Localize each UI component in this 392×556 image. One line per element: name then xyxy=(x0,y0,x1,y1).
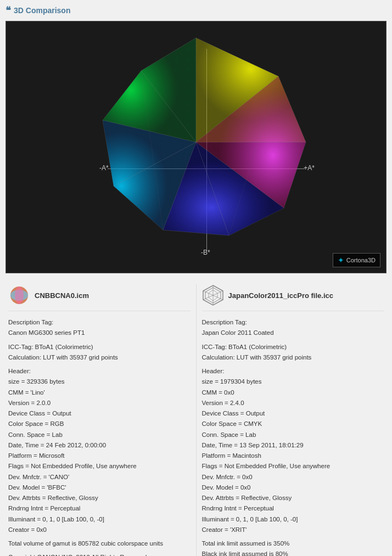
left-conn-space: Conn. Space = Lab xyxy=(8,430,191,440)
left-flags: Flags = Not Embedded Profile, Use anywhe… xyxy=(8,462,191,471)
profile-right-name: JapanColor2011_iccPro file.icc xyxy=(228,291,333,300)
right-cmm: CMM = 0x0 xyxy=(202,388,384,397)
right-platform: Platform = Macintosh xyxy=(202,451,384,460)
right-size: size = 1979304 bytes xyxy=(202,377,384,386)
left-total-volume: Total volume of gamut is 805782 cubic co… xyxy=(8,539,191,548)
profile-right-data: Description Tag: Japan Color 2011 Coated… xyxy=(202,318,384,556)
right-desc-value: Japan Color 2011 Coated xyxy=(202,328,384,338)
profile-left: CNBBCNA0.icm Description Tag: Canon MG63… xyxy=(5,279,193,556)
profile-left-icon xyxy=(8,284,30,306)
left-illuminant: Illuminant = 0, 1, 0 [Lab 100, 0, -0] xyxy=(8,515,191,524)
profile-left-name: CNBBCNA0.icm xyxy=(35,291,89,300)
left-calculation: Calculation: LUT with 35937 grid points xyxy=(8,353,191,362)
left-creator: Creator = 0x0 xyxy=(8,525,191,535)
profile-left-header: CNBBCNA0.icm xyxy=(8,284,191,311)
cortona-star-icon: ✦ xyxy=(338,256,344,265)
3d-viewer: -A* +A* -B* xyxy=(5,21,387,273)
right-device-class: Device Class = Output xyxy=(202,409,384,418)
profile-right-icon xyxy=(202,284,224,306)
left-rndrng-intnt: Rndrng Intnt = Perceptual xyxy=(8,504,191,513)
right-dev-attrbts: Dev. Attrbts = Reflective, Glossy xyxy=(202,493,384,503)
left-copyright: Copyright CANON INC. 2012 All Rights Res… xyxy=(8,553,191,556)
left-date-time: Date, Time = 24 Feb 2012, 0:00:00 xyxy=(8,441,191,450)
info-section: CNBBCNA0.icm Description Tag: Canon MG63… xyxy=(5,279,387,556)
right-conn-space: Conn. Space = Lab xyxy=(202,430,384,440)
svg-point-18 xyxy=(15,287,24,304)
left-version: Version = 2.0.0 xyxy=(8,398,191,408)
left-dev-model: Dev. Model = 'BFBC' xyxy=(8,483,191,492)
left-device-class: Device Class = Output xyxy=(8,409,191,418)
left-size: size = 329336 bytes xyxy=(8,377,191,386)
right-total-ink-limit: Total ink limit assumed is 350% xyxy=(202,539,384,548)
quote-icon: ❝ xyxy=(5,4,11,16)
right-color-space: Color Space = CMYK xyxy=(202,419,384,429)
right-dev-mnfctr: Dev. Mnfctr. = 0x0 xyxy=(202,473,384,482)
right-calculation: Calculation: LUT with 35937 grid points xyxy=(202,353,384,362)
page-title: ❝ 3D Comparison xyxy=(0,0,392,21)
profile-left-data: Description Tag: Canon MG6300 series PT1… xyxy=(8,318,191,556)
column-divider xyxy=(196,284,197,556)
left-cmm: CMM = 'Lino' xyxy=(8,388,191,397)
right-creator: Creator = 'XRIT' xyxy=(202,525,384,535)
right-flags: Flags = Not Embedded Profile, Use anywhe… xyxy=(202,462,384,471)
right-header-label: Header: xyxy=(202,367,384,376)
gamut-shape: -A* +A* -B* xyxy=(6,21,386,273)
right-black-ink-limit: Black ink limit assumed is 80% xyxy=(202,549,384,556)
left-icc-tag: ICC-Tag: BToA1 (Colorimetric) xyxy=(8,342,191,352)
right-illuminant: Illuminant = 0, 1, 0 [Lab 100, 0, -0] xyxy=(202,515,384,524)
left-platform: Platform = Microsoft xyxy=(8,451,191,460)
cortona-badge: ✦ Cortona3D xyxy=(333,253,380,267)
right-icc-tag: ICC-Tag: BToA1 (Colorimetric) xyxy=(202,342,384,352)
left-header-label: Header: xyxy=(8,367,191,376)
right-dev-model: Dev. Model = 0x0 xyxy=(202,483,384,492)
profile-right-header: JapanColor2011_iccPro file.icc xyxy=(202,284,384,311)
left-color-space: Color Space = RGB xyxy=(8,419,191,429)
left-desc-label: Description Tag: xyxy=(8,318,191,327)
gamut-svg xyxy=(70,32,322,252)
profile-right: JapanColor2011_iccPro file.icc Descripti… xyxy=(199,279,387,556)
left-dev-attrbts: Dev. Attrbts = Reflective, Glossy xyxy=(8,493,191,503)
left-dev-mnfctr: Dev. Mnfctr. = 'CANO' xyxy=(8,473,191,482)
right-date-time: Date, Time = 13 Sep 2011, 18:01:29 xyxy=(202,441,384,450)
right-rndrng-intnt: Rndrng Intnt = Perceptual xyxy=(202,504,384,513)
left-desc-value: Canon MG6300 series PT1 xyxy=(8,328,191,338)
right-desc-label: Description Tag: xyxy=(202,318,384,327)
right-version: Version = 2.4.0 xyxy=(202,398,384,408)
